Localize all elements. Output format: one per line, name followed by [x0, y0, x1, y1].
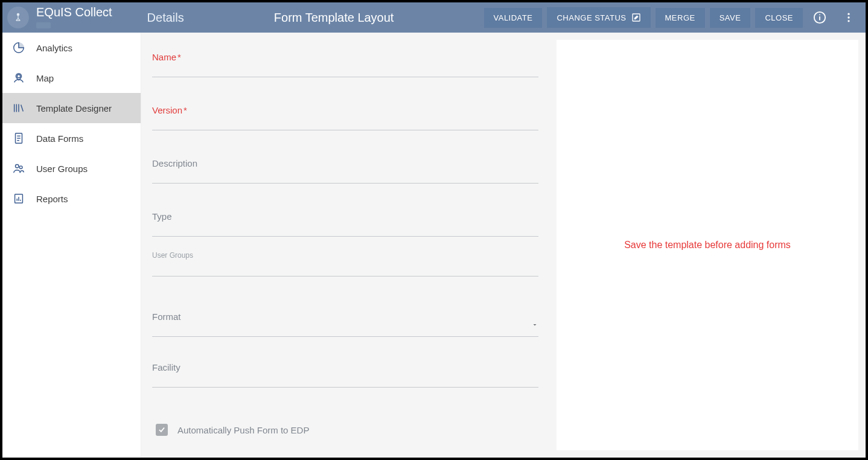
auto-push-checkbox[interactable]	[156, 424, 168, 436]
svg-point-7	[847, 20, 849, 22]
merge-button[interactable]: MERGE	[656, 8, 705, 28]
map-pin-icon	[12, 71, 25, 85]
form-panel: Name* Version* Description Type User Gro	[152, 40, 538, 458]
change-status-label: CHANGE STATUS	[557, 13, 626, 22]
logo-icon	[12, 11, 24, 24]
svg-point-5	[847, 13, 849, 15]
sidebar-item-label: Analytics	[36, 43, 72, 53]
type-input[interactable]	[152, 210, 538, 237]
sidebar-item-label: User Groups	[36, 164, 88, 174]
sidebar-item-label: Map	[36, 73, 54, 83]
sidebar-item-user-groups[interactable]: User Groups	[2, 153, 141, 184]
auto-push-label: Automatically Push Form to EDP	[177, 425, 309, 435]
more-menu-button[interactable]	[837, 5, 861, 30]
app-title-sub	[36, 22, 51, 28]
bar-chart-icon	[12, 192, 25, 205]
save-button[interactable]: SAVE	[710, 8, 751, 28]
sidebar-item-template-designer[interactable]: Template Designer	[2, 93, 141, 123]
info-button[interactable]	[808, 5, 832, 30]
svg-point-0	[17, 13, 19, 15]
sidebar-item-label: Data Forms	[36, 133, 83, 144]
name-input[interactable]	[152, 51, 538, 77]
sidebar-item-analytics[interactable]: Analytics	[2, 33, 141, 63]
edit-square-icon	[631, 13, 641, 22]
dots-vertical-icon	[843, 11, 855, 24]
sidebar-item-data-forms[interactable]: Data Forms	[2, 123, 141, 153]
preview-panel: Save the template before adding forms	[557, 40, 858, 450]
sidebar-item-reports[interactable]: Reports	[2, 184, 141, 214]
change-status-button[interactable]: CHANGE STATUS	[547, 7, 650, 28]
check-icon	[158, 426, 166, 434]
app-title: EQuIS Collect	[36, 5, 112, 19]
facility-input[interactable]	[152, 361, 538, 388]
description-input[interactable]	[152, 157, 538, 184]
document-icon	[12, 132, 25, 145]
svg-point-6	[847, 16, 849, 18]
pie-chart-icon	[12, 41, 25, 54]
sidebar: Analytics Map Template Designer Data For…	[2, 33, 141, 458]
svg-point-13	[16, 165, 19, 168]
users-icon	[12, 162, 25, 175]
sidebar-item-label: Reports	[36, 194, 68, 204]
version-input[interactable]	[152, 104, 538, 130]
sidebar-item-label: Template Designer	[36, 103, 112, 113]
app-header: EQuIS Collect Details Form Template Layo…	[2, 2, 866, 33]
page-title: Details	[147, 11, 184, 25]
svg-point-8	[17, 75, 21, 78]
close-button[interactable]: CLOSE	[755, 8, 803, 28]
user-groups-input[interactable]	[152, 255, 538, 276]
preview-message: Save the template before adding forms	[624, 240, 791, 251]
info-icon	[813, 11, 826, 24]
validate-button[interactable]: VALIDATE	[484, 8, 543, 28]
center-title: Form Template Layout	[189, 11, 479, 25]
svg-point-4	[819, 14, 820, 16]
books-icon	[12, 101, 25, 115]
sidebar-item-map[interactable]: Map	[2, 63, 141, 93]
format-select[interactable]	[152, 310, 538, 337]
app-logo[interactable]	[7, 7, 29, 28]
svg-point-14	[19, 166, 22, 169]
